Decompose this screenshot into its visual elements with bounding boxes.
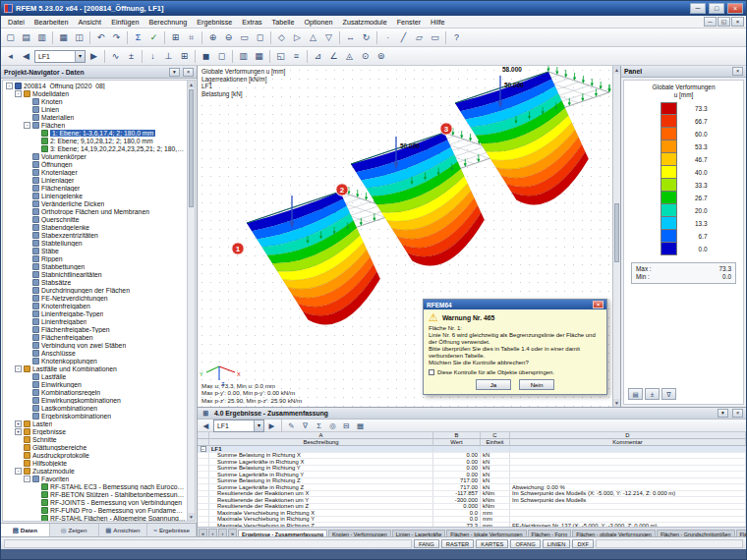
view-isometric-icon[interactable]: ◇	[274, 30, 289, 45]
table-dock-button[interactable]: ▾	[718, 409, 728, 418]
menu-ansicht[interactable]: Ansicht	[74, 17, 107, 28]
titlebar[interactable]: RFEM 5.23.02 x64 - [200814_Öffnung, LF1]…	[1, 1, 746, 16]
toggle-linien[interactable]: LINIEN	[543, 539, 571, 548]
tree-item[interactable]: Rippen	[3, 254, 186, 262]
tree-item[interactable]: Orthotrope Flächen und Membranen	[3, 207, 186, 215]
toggle-kartes[interactable]: KARTES	[476, 539, 508, 548]
tree-item[interactable]: +Lasten	[3, 420, 186, 427]
navigator-icon[interactable]: ⌗	[184, 30, 199, 45]
menu-tabelle[interactable]: Tabelle	[267, 17, 300, 28]
undo-icon[interactable]: ↶	[93, 30, 108, 45]
render-solid-icon[interactable]: ◼	[199, 49, 213, 64]
save-icon[interactable]: ▥	[34, 30, 49, 45]
table-export-icon[interactable]: ⊟	[340, 420, 353, 431]
tree-item[interactable]: FE-Netzverdichtungen	[3, 294, 186, 302]
toggle-ofang[interactable]: OFANG	[510, 539, 540, 548]
new-node-icon[interactable]: ∙	[380, 30, 395, 45]
tree-item[interactable]: Ergebniskombinationen	[3, 412, 186, 420]
tree-item[interactable]: Öffnungen	[3, 160, 186, 168]
zoom-window-icon[interactable]: ▭	[237, 30, 252, 45]
tree-item[interactable]: -Flächen	[3, 121, 186, 129]
tree-item[interactable]: RF-JOINTS - Bemessung von Verbindungen	[3, 498, 186, 506]
center-icon[interactable]: ⊙	[358, 49, 373, 64]
tree-item[interactable]: RF-STAHL Flächen - Allgemeine Spannungsa…	[3, 514, 186, 522]
tree-item[interactable]: Verbindung von zwei Stäben	[3, 341, 186, 349]
tree-expander[interactable]: -	[15, 365, 22, 372]
group-expander[interactable]: −	[201, 446, 206, 452]
scroll-down-icon[interactable]: ▼	[613, 399, 620, 407]
menu-bearbeiten[interactable]: Bearbeiten	[29, 17, 74, 28]
tree-item[interactable]: Stabbettungen	[3, 262, 186, 270]
tree-item[interactable]: Stabnichtlinearitäten	[3, 270, 186, 278]
tree-expander[interactable]: -	[15, 468, 22, 475]
maximize-button[interactable]: □	[709, 3, 724, 14]
tree-item[interactable]: Liniengelenke	[3, 192, 186, 199]
menu-berechnung[interactable]: Berechnung	[144, 17, 193, 28]
zoom-out-icon[interactable]: ⊖	[221, 30, 236, 45]
tree-item[interactable]: Stabteilungen	[3, 239, 186, 247]
panel-close-button[interactable]: ×	[732, 67, 743, 76]
tree-item[interactable]: Materialien	[3, 113, 186, 121]
loadcase-prev-icon[interactable]: ◀	[19, 49, 33, 64]
skip-check-row[interactable]: Diese Kontrolle für alle Objekte überspr…	[429, 369, 602, 375]
mesh-settings-icon[interactable]: ◬	[342, 49, 357, 64]
menu-ergebnisse[interactable]: Ergebnisse	[192, 17, 237, 28]
tree-item[interactable]: Flächenfreigaben	[3, 333, 186, 341]
tree-expander[interactable]: +	[15, 420, 22, 427]
tree-item[interactable]: Querschnitte	[3, 215, 186, 223]
skip-checkbox[interactable]	[429, 369, 434, 375]
show-loads-icon[interactable]: ↓	[145, 49, 160, 64]
graphic-viewport[interactable]: Globale Verformungen u [mm]Lagerreaktion…	[198, 66, 612, 407]
angle-icon[interactable]: ∠	[326, 49, 341, 64]
calculate-icon[interactable]: Σ	[131, 30, 145, 45]
tree-item[interactable]: 2: Ebene; 9,10,28,12; 2; 180,0 mm	[3, 137, 186, 144]
tree-item[interactable]: +Ergebnisse	[3, 427, 186, 435]
minimize-button[interactable]: ─	[690, 3, 706, 14]
target-icon[interactable]: ⊚	[374, 49, 388, 64]
view-x-icon[interactable]: ▷	[290, 30, 305, 45]
tree-item[interactable]: Einwirkungen	[3, 380, 186, 388]
tree-item[interactable]: Lastkombinationen	[3, 404, 186, 412]
navigator-tab-zeigen[interactable]: ◎Zeigen	[50, 524, 99, 536]
navigator-scrollbar[interactable]: ▲ ▼	[187, 81, 195, 521]
show-values-icon[interactable]: ±	[124, 49, 139, 64]
tree-item[interactable]: Knotenlager	[3, 168, 186, 176]
table-loadcase-combo[interactable]: LF1▾	[213, 420, 264, 432]
tree-item[interactable]: Anschlüsse	[3, 349, 186, 357]
move-view-icon[interactable]: ↔	[343, 30, 358, 45]
tree-item[interactable]: Flächenfreigabe-Typen	[3, 325, 186, 333]
tree-item[interactable]: Linienfreigaben	[3, 317, 186, 325]
tree-expander[interactable]: -	[24, 122, 30, 129]
tree-item[interactable]: Durchdringungen der Flächen	[3, 286, 186, 294]
loadcase-next-icon[interactable]: ▶	[86, 49, 101, 64]
tree-expander[interactable]: -	[6, 83, 13, 89]
new-surface-icon[interactable]: ▱	[412, 30, 427, 45]
loadcase-combo[interactable]: LF1▾	[34, 50, 86, 63]
mdi-close-button[interactable]: ×	[731, 17, 744, 27]
mdi-minimize-button[interactable]: ─	[704, 17, 717, 27]
tree-item[interactable]: Ausdruckprotokolle	[3, 451, 186, 459]
table-find-icon[interactable]: ◎	[326, 420, 339, 431]
tree-item[interactable]: Linienlager	[3, 176, 186, 184]
tree-item[interactable]: Stabsätze	[3, 278, 186, 286]
menu-datei[interactable]: Datei	[3, 17, 29, 28]
tree-item[interactable]: Knotenfreigaben	[3, 302, 186, 309]
tree-item[interactable]: Linienfreigabe-Typen	[3, 309, 186, 317]
view-z-icon[interactable]: ▽	[321, 30, 336, 45]
redo-icon[interactable]: ↷	[109, 30, 124, 45]
tree-item[interactable]: Stabendgelenke	[3, 223, 186, 231]
display-settings-icon[interactable]: ≡	[289, 49, 304, 64]
scroll-up-icon[interactable]: ▲	[188, 81, 195, 88]
tree-item[interactable]: RF-STAHL EC3 - Bemessung nach Eurocode 3	[3, 482, 186, 490]
menu-fenster[interactable]: Fenster	[392, 17, 426, 28]
navigator-tab-ergebnisse[interactable]: ≈Ergebnisse	[147, 524, 197, 536]
tree-item[interactable]: Einwirkungskombinationen	[3, 396, 186, 404]
tree-item[interactable]: -200814_Öffnung [2020_08]	[3, 82, 186, 89]
tree-item[interactable]: 1: Ebene; 1-3,6,17,4; 2; 180,0 mm	[3, 129, 186, 137]
dialog-close-button[interactable]: ×	[593, 301, 603, 308]
menu-extras[interactable]: Extras	[237, 17, 266, 28]
tree-item[interactable]: Kombinationsregeln	[3, 388, 186, 396]
tree-item[interactable]: Glättungsbereiche	[3, 443, 186, 451]
tree-item[interactable]: Knotenkopplungen	[3, 357, 186, 364]
table-prev-icon[interactable]: ◀	[200, 420, 212, 431]
